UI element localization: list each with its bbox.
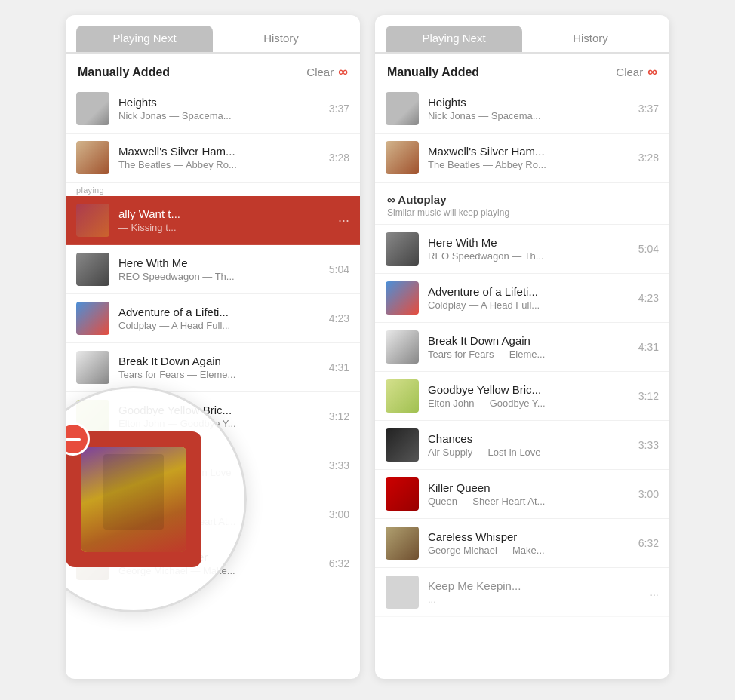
right-panel: Playing Next History Manually Added Clea… xyxy=(375,15,669,679)
track-subtitle-break-left: Tears for Fears — Eleme... xyxy=(118,369,323,380)
track-info-here-left: Here With Me REO Speedwagon — Th... xyxy=(118,256,323,282)
track-item-chances-right[interactable]: Chances Air Supply — Lost in Love 3:33 xyxy=(375,421,669,470)
track-info-maxwell-left: Maxwell's Silver Ham... The Beatles — Ab… xyxy=(118,145,323,170)
track-title-killer-right: Killer Queen xyxy=(428,481,632,494)
track-item-heights-right[interactable]: Heights Nick Jonas — Spacema... 3:37 xyxy=(375,84,669,134)
track-item-adventure-right[interactable]: Adventure of a Lifeti... Coldplay — A He… xyxy=(375,274,669,323)
track-info-adventure-right: Adventure of a Lifeti... Coldplay — A He… xyxy=(428,285,632,311)
track-duration-maxwell-left: 3:28 xyxy=(329,152,349,164)
track-title-chances-right: Chances xyxy=(428,432,632,445)
track-duration-chances-right: 3:33 xyxy=(638,439,659,451)
track-duration-adventure-right: 4:23 xyxy=(638,292,659,304)
dots-icon-left[interactable]: ··· xyxy=(338,213,349,229)
autoplay-subtitle: Similar music will keep playing xyxy=(387,207,657,218)
tab-playing-next-left[interactable]: Playing Next xyxy=(76,26,213,52)
track-title-break-left: Break It Down Again xyxy=(118,355,323,367)
track-duration-keepme-right: ... xyxy=(650,586,659,598)
track-thumb-adventure-left xyxy=(76,302,109,335)
tab-playing-next-right[interactable]: Playing Next xyxy=(386,26,522,52)
track-subtitle-keepme-right: ... xyxy=(428,594,644,605)
track-subtitle-chances-right: Air Supply — Lost in Love xyxy=(428,447,632,458)
track-subtitle-careless-right: George Michael — Make... xyxy=(428,545,632,556)
track-item-maxwell-left[interactable]: Maxwell's Silver Ham... The Beatles — Ab… xyxy=(66,134,360,183)
section-clear-right[interactable]: Clear ∞ xyxy=(616,64,657,80)
track-info-here-right: Here With Me REO Speedwagon — Th... xyxy=(428,236,632,262)
track-thumb-careless-right xyxy=(386,527,419,560)
highlighted-area-left: playing ally Want t... — Kissing t... ··… xyxy=(66,183,360,245)
track-thumb-killer-right xyxy=(386,477,419,511)
track-item-break-left[interactable]: Break It Down Again Tears for Fears — El… xyxy=(66,343,360,392)
track-item-killer-right[interactable]: Killer Queen Queen — Sheer Heart At... 3… xyxy=(375,470,669,519)
track-item-heights-left[interactable]: Heights Nick Jonas — Spacema... 3:37 xyxy=(66,84,360,134)
track-info-adventure-left: Adventure of a Lifeti... Coldplay — A He… xyxy=(118,305,323,331)
track-duration-here-right: 5:04 xyxy=(638,243,659,255)
track-thumb-maxwell-right xyxy=(386,141,419,174)
track-duration-goodbye-right: 3:12 xyxy=(638,390,659,402)
big-album-art xyxy=(81,447,186,552)
track-info-killer-right: Killer Queen Queen — Sheer Heart At... xyxy=(428,481,632,507)
track-item-goodbye-right[interactable]: Goodbye Yellow Bric... Elton John — Good… xyxy=(375,372,669,421)
track-thumb-heights-right xyxy=(386,92,419,125)
track-info-heights-left: Heights Nick Jonas — Spacema... xyxy=(118,96,323,121)
track-subtitle-break-right: Tears for Fears — Eleme... xyxy=(428,348,632,360)
right-tabs: Playing Next History xyxy=(375,15,669,53)
track-thumb-break-right xyxy=(386,330,419,364)
track-duration-careless-left: 6:32 xyxy=(329,557,349,570)
track-item-break-right[interactable]: Break It Down Again Tears for Fears — El… xyxy=(375,323,669,372)
track-subtitle-heights-right: Nick Jonas — Spacema... xyxy=(428,110,632,121)
track-title-keepme-right: Keep Me Keepin... xyxy=(428,579,644,592)
track-duration-adventure-left: 4:23 xyxy=(329,312,349,324)
highlighted-title-left: ally Want t... xyxy=(118,207,332,220)
track-item-here-left[interactable]: Here With Me REO Speedwagon — Th... 5:04 xyxy=(66,245,360,294)
track-item-adventure-left[interactable]: Adventure of a Lifeti... Coldplay — A He… xyxy=(66,294,360,343)
track-duration-heights-left: 3:37 xyxy=(329,103,349,115)
track-thumb-heights-left xyxy=(76,92,109,125)
track-info-maxwell-right: Maxwell's Silver Ham... The Beatles — Ab… xyxy=(428,145,632,170)
track-list-top-right: Heights Nick Jonas — Spacema... 3:37 Max… xyxy=(375,84,669,183)
track-subtitle-killer-right: Queen — Sheer Heart At... xyxy=(428,496,632,507)
track-title-here-left: Here With Me xyxy=(118,256,323,269)
track-title-maxwell-left: Maxwell's Silver Ham... xyxy=(118,145,323,158)
track-thumb-here-right xyxy=(386,232,419,266)
track-subtitle-here-right: REO Speedwagon — Th... xyxy=(428,250,632,262)
track-thumb-keepme-right xyxy=(386,576,419,609)
track-subtitle-maxwell-left: The Beatles — Abbey Ro... xyxy=(118,159,323,170)
highlighted-row-left[interactable]: ally Want t... — Kissing t... ··· xyxy=(66,196,360,245)
track-item-here-right[interactable]: Here With Me REO Speedwagon — Th... 5:04 xyxy=(375,225,669,274)
track-title-goodbye-right: Goodbye Yellow Bric... xyxy=(428,383,632,396)
section-header-right: Manually Added Clear ∞ xyxy=(375,54,669,84)
track-thumb-here-left xyxy=(76,253,109,286)
section-title-right: Manually Added xyxy=(387,66,479,79)
track-info-keepme-right: Keep Me Keepin... ... xyxy=(428,579,644,605)
red-card-inner xyxy=(66,431,201,567)
tab-history-right[interactable]: History xyxy=(522,26,659,52)
track-thumb-goodbye-right xyxy=(386,379,419,413)
track-duration-killer-left: 3:00 xyxy=(329,508,349,520)
section-header-left: Manually Added Clear ∞ xyxy=(66,54,360,84)
track-duration-break-right: 4:31 xyxy=(638,341,659,353)
track-title-maxwell-right: Maxwell's Silver Ham... xyxy=(428,145,632,158)
section-title-left: Manually Added xyxy=(78,66,170,79)
infinity-icon-right: ∞ xyxy=(647,64,657,80)
tab-history-left[interactable]: History xyxy=(213,26,349,52)
section-clear-left[interactable]: Clear ∞ xyxy=(306,64,348,80)
track-thumb-adventure-right xyxy=(386,281,419,315)
infinity-icon-left: ∞ xyxy=(338,64,348,80)
track-duration-goodbye-left: 3:12 xyxy=(329,410,349,422)
highlighted-info-left: ally Want t... — Kissing t... xyxy=(118,207,332,233)
autoplay-title: ∞ Autoplay xyxy=(387,193,657,206)
track-info-break-left: Break It Down Again Tears for Fears — El… xyxy=(118,355,323,380)
autoplay-section: ∞ Autoplay Similar music will keep playi… xyxy=(375,183,669,225)
track-subtitle-goodbye-right: Elton John — Goodbye Y... xyxy=(428,398,632,409)
track-title-careless-right: Careless Whisper xyxy=(428,530,632,543)
track-duration-maxwell-right: 3:28 xyxy=(638,152,659,164)
track-subtitle-maxwell-right: The Beatles — Abbey Ro... xyxy=(428,159,632,170)
minus-icon xyxy=(66,438,81,441)
track-item-keepme-right[interactable]: Keep Me Keepin... ... ... xyxy=(375,568,669,617)
track-duration-careless-right: 6:32 xyxy=(638,537,659,549)
track-item-careless-right[interactable]: Careless Whisper George Michael — Make..… xyxy=(375,519,669,568)
track-item-maxwell-right[interactable]: Maxwell's Silver Ham... The Beatles — Ab… xyxy=(375,134,669,183)
left-tabs: Playing Next History xyxy=(66,15,360,53)
track-list-top-left: Heights Nick Jonas — Spacema... 3:37 Max… xyxy=(66,84,360,183)
highlighted-thumb-left xyxy=(76,204,109,237)
